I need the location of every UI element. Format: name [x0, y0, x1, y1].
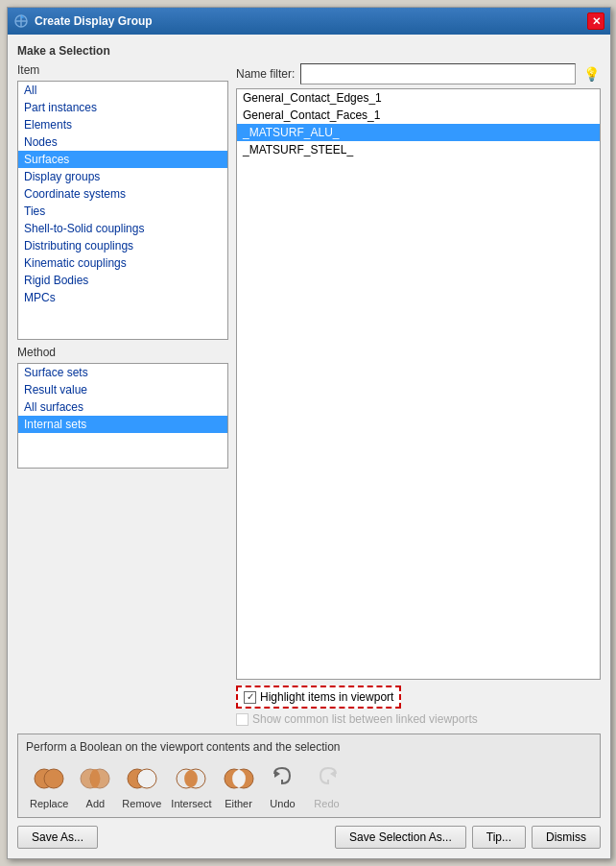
remove-icon [125, 761, 159, 796]
titlebar-left: Create Display Group [13, 13, 153, 29]
boolean-buttons: Replace Add [26, 759, 592, 811]
replace-icon [32, 761, 66, 796]
method-section: Method Surface sets Result value All sur… [17, 346, 228, 469]
either-icon [222, 761, 256, 796]
right-item-contact-faces[interactable]: General_Contact_Faces_1 [237, 107, 600, 124]
replace-button[interactable]: Replace [26, 759, 72, 811]
item-list: All Part instances Elements Nodes Surfac… [17, 81, 228, 340]
highlight-box: Highlight items in viewport [236, 686, 401, 709]
method-label: Method [17, 346, 228, 359]
right-item-matsurf-steel[interactable]: _MATSURF_STEEL_ [237, 141, 600, 158]
make-selection-label: Make a Selection [17, 44, 601, 58]
highlight-label: Highlight items in viewport [260, 690, 393, 704]
dismiss-button[interactable]: Dismiss [532, 826, 601, 849]
svg-point-5 [44, 769, 63, 788]
common-list-checkbox[interactable] [236, 713, 249, 726]
either-label: Either [225, 798, 252, 809]
intersect-button[interactable]: Intersect [167, 759, 215, 811]
method-all-surfaces[interactable]: All surfaces [18, 398, 227, 416]
content-area: Make a Selection Item All Part instances… [8, 35, 610, 858]
method-result-value[interactable]: Result value [18, 381, 227, 398]
undo-button[interactable]: Undo [262, 759, 304, 811]
item-distributing[interactable]: Distributing couplings [18, 237, 227, 254]
item-coordinate-systems[interactable]: Coordinate systems [18, 185, 227, 203]
item-part-instances[interactable]: Part instances [18, 99, 227, 116]
intersect-label: Intersect [171, 798, 211, 809]
intersect-icon [174, 761, 208, 796]
common-list-label: Show common list between linked viewport… [252, 712, 478, 726]
common-list-row: Show common list between linked viewport… [236, 712, 601, 726]
name-filter-label: Name filter: [236, 67, 295, 81]
add-icon [78, 761, 112, 796]
method-surface-sets[interactable]: Surface sets [18, 364, 227, 381]
item-label: Item [17, 63, 228, 77]
item-elements[interactable]: Elements [18, 116, 227, 133]
left-panel: Item All Part instances Elements Nodes S… [17, 63, 228, 726]
boolean-label: Perform a Boolean on the viewport conten… [26, 740, 592, 754]
item-all[interactable]: All [18, 82, 227, 99]
undo-label: Undo [270, 798, 295, 809]
window-title: Create Display Group [35, 14, 153, 28]
remove-label: Remove [122, 798, 161, 809]
method-list: Surface sets Result value All surfaces I… [17, 363, 228, 469]
redo-icon [310, 761, 344, 796]
remove-button[interactable]: Remove [118, 759, 165, 811]
item-mpcs[interactable]: MPCs [18, 289, 227, 306]
highlight-checkbox[interactable] [244, 691, 256, 704]
item-surfaces[interactable]: Surfaces [18, 151, 227, 168]
right-item-contact-edges[interactable]: General_Contact_Edges_1 [237, 89, 600, 107]
name-filter-input[interactable] [300, 63, 576, 84]
svg-point-8 [90, 769, 100, 788]
close-button[interactable]: ✕ [587, 12, 604, 30]
bulb-icon[interactable]: 💡 [581, 64, 601, 84]
redo-button[interactable]: Redo [306, 759, 348, 811]
undo-icon [266, 761, 300, 796]
boolean-section: Perform a Boolean on the viewport conten… [17, 734, 601, 818]
either-button[interactable]: Either [218, 759, 260, 811]
item-display-groups[interactable]: Display groups [18, 168, 227, 185]
footer-buttons: Save As... Save Selection As... Tip... D… [17, 826, 601, 849]
method-internal-sets[interactable]: Internal sets [18, 416, 227, 433]
svg-marker-15 [274, 770, 280, 778]
svg-marker-16 [330, 770, 336, 778]
window-icon [13, 13, 29, 29]
item-kinematic[interactable]: Kinematic couplings [18, 254, 227, 272]
right-panel: Name filter: 💡 General_Contact_Edges_1 G… [236, 63, 601, 726]
titlebar: Create Display Group ✕ [8, 8, 610, 35]
right-list: General_Contact_Edges_1 General_Contact_… [236, 88, 601, 680]
item-ties[interactable]: Ties [18, 203, 227, 220]
name-filter-row: Name filter: 💡 [236, 63, 601, 84]
main-window: Create Display Group ✕ Make a Selection … [7, 7, 611, 859]
item-rigid-bodies[interactable]: Rigid Bodies [18, 272, 227, 289]
item-nodes[interactable]: Nodes [18, 133, 227, 151]
replace-label: Replace [30, 798, 68, 809]
svg-point-10 [137, 769, 156, 788]
add-button[interactable]: Add [74, 759, 116, 811]
save-selection-as-button[interactable]: Save Selection As... [335, 826, 466, 849]
main-row: Item All Part instances Elements Nodes S… [17, 63, 601, 726]
item-shell-to-solid[interactable]: Shell-to-Solid couplings [18, 220, 227, 237]
redo-label: Redo [314, 798, 339, 809]
tip-button[interactable]: Tip... [472, 826, 526, 849]
highlight-row: Highlight items in viewport [236, 686, 601, 709]
add-label: Add [86, 798, 106, 809]
save-as-button[interactable]: Save As... [17, 826, 98, 849]
right-item-matsurf-alu[interactable]: _MATSURF_ALU_ [237, 124, 600, 141]
